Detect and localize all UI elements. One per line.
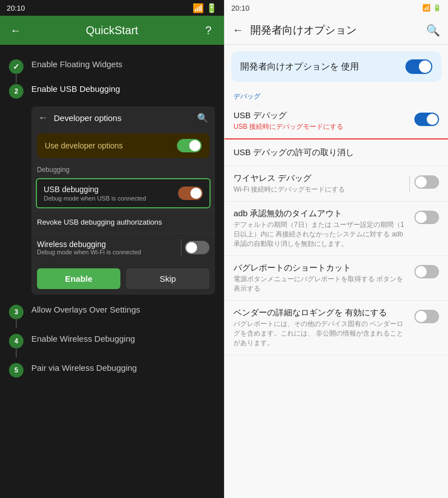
wireless-right-toggle[interactable] [414, 175, 439, 189]
wireless-item: Wireless debugging Debug mode when Wi-Fi… [31, 234, 215, 262]
step-4-circle: 4 [9, 334, 24, 348]
right-status-time: 20:10 [231, 4, 250, 12]
step-3-number: 3 [15, 308, 18, 316]
step-1-item: ✓ Enable Floating Widgets [0, 54, 224, 78]
adb-timeout-toggle[interactable] [414, 211, 439, 224]
step-2-item: 2 Enable USB Debugging [0, 78, 224, 103]
right-header-title: 開発者向けオプション [250, 23, 419, 38]
revoke-right-text: USB デバッグの許可の取り消し [234, 147, 439, 158]
bug-report-subtitle: 電源ボタンメニューにバグレポートを取得する ボタンを表示する [234, 274, 408, 294]
step-2-text: Enable USB Debugging [31, 83, 120, 94]
step-3-item: 3 Allow Overlays Over Settings [0, 299, 224, 324]
wireless-subtitle: Debug mode when Wi-Fi is connected [37, 249, 181, 255]
step-5-text: Pair via Wireless Debugging [31, 362, 137, 373]
checkmark-icon: ✓ [13, 62, 20, 71]
bug-report-item[interactable]: バグレポートのショートカット 電源ボタンメニューにバグレポートを取得する ボタン… [225, 256, 448, 301]
right-signal-icon: 📶 [422, 4, 431, 12]
dev-card-title: Developer options [54, 113, 192, 123]
dev-card-back-icon[interactable]: ← [38, 112, 48, 124]
help-icon[interactable]: ? [200, 24, 216, 37]
step-3-text: Allow Overlays Over Settings [31, 304, 140, 314]
vendor-logging-item[interactable]: ベンダーの詳細なロギングを 有効にする バグレポートには、その他のデバイス固有の… [225, 301, 448, 355]
usb-debug-right-subtitle: USB 接続時にデバッグモードにする [234, 122, 408, 132]
bug-report-toggle[interactable] [414, 265, 439, 278]
left-status-bar: 20:10 📶 🔋 [0, 0, 224, 16]
step-5-circle: 5 [9, 363, 24, 378]
left-header: ← QuickStart ? [0, 16, 224, 45]
bug-report-texts: バグレポートのショートカット 電源ボタンメニューにバグレポートを取得する ボタン… [234, 263, 408, 294]
debug-section-label: デバッグ [225, 86, 448, 104]
vendor-logging-subtitle: バグレポートには、その他のデバイス固有の ベンダーログを含めます。これには、 非… [234, 319, 408, 348]
wireless-right-title: ワイヤレス デバッグ [234, 173, 398, 184]
wireless-title: Wireless debugging [37, 240, 181, 249]
left-content: ✓ Enable Floating Widgets 2 Enable USB D… [0, 45, 224, 498]
left-header-title: QuickStart [24, 24, 200, 37]
dev-use-options-toggle[interactable] [177, 139, 202, 152]
wireless-right-item[interactable]: ワイヤレス デバッグ Wi-Fi 接続時にデバッグモードにする [225, 166, 448, 202]
revoke-item[interactable]: Revoke USB debugging authorizations [31, 211, 215, 234]
usb-debug-subtitle: Debug mode when USB is connected [44, 195, 178, 202]
card-buttons: Enable Skip [31, 262, 215, 295]
signal-icon: 📶 [193, 3, 204, 13]
bug-report-title: バグレポートのショートカット [234, 263, 408, 273]
step-2-circle: 2 [9, 84, 24, 99]
usb-debug-item[interactable]: USB debugging Debug mode when USB is con… [36, 178, 211, 208]
usb-debug-right-title: USB デバッグ [234, 110, 408, 121]
dev-use-options-row: Use developer options [37, 133, 209, 158]
vendor-logging-title: ベンダーの詳細なロギングを 有効にする [234, 308, 408, 318]
wireless-texts: Wireless debugging Debug mode when Wi-Fi… [37, 240, 181, 255]
usb-debug-right-toggle[interactable] [414, 113, 439, 126]
revoke-right-item[interactable]: USB デバッグの許可の取り消し [225, 139, 448, 166]
dev-options-card: ← Developer options 🔍 Use developer opti… [31, 106, 215, 295]
step-1-circle: ✓ [9, 59, 24, 74]
vendor-logging-toggle[interactable] [414, 310, 439, 323]
left-status-icons: 📶 🔋 [193, 3, 217, 13]
right-battery-icon: 🔋 [433, 4, 441, 12]
adb-timeout-subtitle: デフォルトの期間（7日）または ユーザー設定の期間（1日以上）内に 再接続されな… [234, 220, 408, 249]
step-5-item: 5 Pair via Wireless Debugging [0, 357, 224, 382]
dev-use-options-text: Use developer options [45, 141, 123, 150]
left-panel: 20:10 📶 🔋 ← QuickStart ? ✓ Enable Floati… [0, 0, 224, 498]
step-3-line [16, 318, 17, 328]
dev-options-toggle-text: 開発者向けオプションを 使用 [240, 61, 405, 73]
step-5-number: 5 [15, 366, 18, 374]
adb-timeout-item[interactable]: adb 承認無効のタイムアウト デフォルトの期間（7日）または ユーザー設定の期… [225, 202, 448, 256]
step-3-circle: 3 [9, 305, 24, 319]
right-panel: 20:10 📶 🔋 ← 開発者向けオプション 🔍 開発者向けオプションを 使用 … [224, 0, 448, 498]
step-4-item: 4 Enable Wireless Debugging [0, 328, 224, 353]
right-header: ← 開発者向けオプション 🔍 [225, 16, 448, 45]
usb-debug-right-item[interactable]: USB デバッグ USB 接続時にデバッグモードにする [225, 104, 448, 139]
usb-debug-texts: USB debugging Debug mode when USB is con… [44, 185, 178, 202]
left-status-time: 20:10 [7, 4, 25, 12]
adb-timeout-texts: adb 承認無効のタイムアウト デフォルトの期間（7日）または ユーザー設定の期… [234, 208, 408, 249]
step-4-number: 4 [15, 337, 18, 345]
step-2-number: 2 [15, 87, 18, 95]
dev-card-header: ← Developer options 🔍 [31, 106, 215, 129]
debugging-section-label: Debugging [31, 162, 215, 176]
right-content: 開発者向けオプションを 使用 デバッグ USB デバッグ USB 接続時にデバッ… [225, 45, 448, 498]
wireless-right-texts: ワイヤレス デバッグ Wi-Fi 接続時にデバッグモードにする [234, 173, 398, 194]
right-status-icons: 📶 🔋 [422, 4, 441, 12]
usb-debug-title: USB debugging [44, 185, 178, 194]
right-status-bar: 20:10 📶 🔋 [225, 0, 448, 16]
wireless-toggle[interactable] [185, 241, 209, 254]
revoke-item-text: Revoke USB debugging authorizations [37, 218, 162, 226]
wireless-divider [409, 175, 410, 192]
right-header-search-icon[interactable]: 🔍 [426, 24, 440, 37]
dev-options-toggle-card: 開発者向けオプションを 使用 [231, 52, 441, 82]
wireless-right-subtitle: Wi-Fi 接続時にデバッグモードにする [234, 185, 398, 194]
skip-button[interactable]: Skip [126, 268, 209, 289]
step-4-text: Enable Wireless Debugging [31, 333, 135, 343]
back-icon[interactable]: ← [8, 24, 24, 37]
vendor-logging-texts: ベンダーの詳細なロギングを 有効にする バグレポートには、その他のデバイス固有の… [234, 308, 408, 348]
battery-icon: 🔋 [206, 3, 217, 13]
dev-card-search-icon[interactable]: 🔍 [197, 113, 208, 123]
usb-debug-toggle[interactable] [178, 187, 203, 200]
right-header-back-icon[interactable]: ← [232, 24, 244, 36]
adb-timeout-title: adb 承認無効のタイムアウト [234, 208, 408, 219]
step-4-line [16, 347, 17, 357]
enable-button[interactable]: Enable [37, 268, 120, 289]
step-1-text: Enable Floating Widgets [31, 58, 123, 69]
usb-debug-right-texts: USB デバッグ USB 接続時にデバッグモードにする [234, 110, 408, 132]
dev-options-main-toggle[interactable] [405, 59, 432, 74]
